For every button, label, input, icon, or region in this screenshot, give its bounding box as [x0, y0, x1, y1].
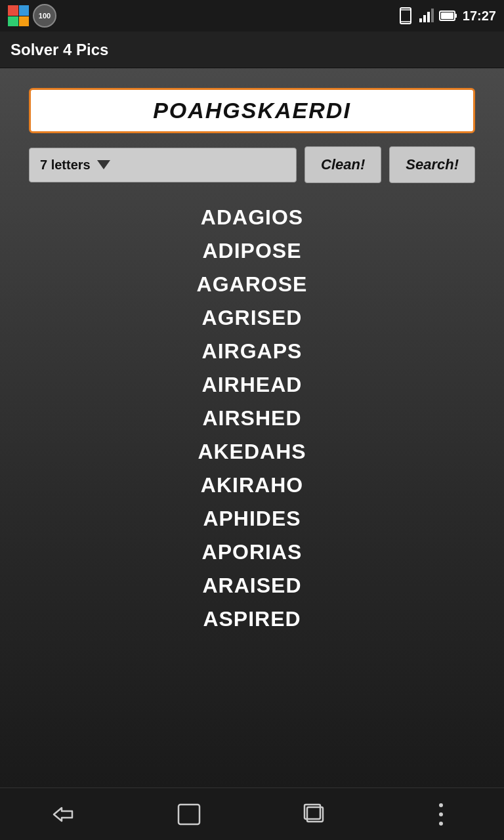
search-input-wrapper[interactable] — [29, 88, 475, 133]
list-item: ADAGIOS — [201, 203, 303, 232]
speed-badge: 100 — [33, 4, 56, 28]
svg-rect-6 — [431, 9, 434, 22]
list-item: AIRSHED — [202, 404, 301, 433]
search-input[interactable] — [41, 98, 463, 123]
home-button[interactable] — [169, 795, 209, 834]
list-item: AIRGAPS — [202, 337, 303, 366]
battery-icon — [439, 9, 457, 22]
recents-button[interactable] — [295, 795, 335, 834]
bottom-nav — [0, 788, 504, 840]
letters-dropdown-label: 7 letters — [40, 158, 91, 173]
status-bar: 100 17:27 — [0, 0, 504, 32]
list-item: APORIAS — [202, 537, 303, 567]
back-icon — [49, 805, 77, 824]
signal-icon — [418, 8, 434, 24]
letters-dropdown[interactable]: 7 letters — [29, 148, 297, 182]
recents-icon — [303, 803, 327, 826]
svg-rect-10 — [178, 805, 200, 824]
app-title: Solver 4 Pics — [10, 41, 108, 59]
svg-rect-4 — [423, 15, 426, 22]
list-item: ARAISED — [202, 571, 301, 600]
status-bar-right: 17:27 — [398, 7, 496, 24]
app-grid-icon — [8, 5, 29, 26]
svg-rect-5 — [427, 12, 430, 22]
list-item: ASPIRED — [203, 604, 301, 634]
chevron-down-icon — [97, 160, 110, 169]
list-item: AIRHEAD — [202, 370, 303, 400]
home-icon — [177, 803, 201, 826]
back-button[interactable] — [43, 795, 83, 834]
more-icon — [438, 803, 444, 826]
clean-button[interactable]: Clean! — [304, 146, 381, 183]
svg-point-15 — [439, 822, 443, 826]
svg-rect-3 — [419, 18, 422, 22]
phone-icon — [398, 7, 413, 24]
list-item: APHIDES — [203, 504, 301, 534]
svg-point-13 — [439, 803, 443, 807]
list-item: AGAROSE — [197, 270, 308, 299]
svg-rect-9 — [441, 12, 453, 19]
list-item: AKEDAHS — [198, 437, 306, 467]
more-button[interactable] — [421, 795, 461, 834]
controls-row: 7 letters Clean! Search! — [29, 146, 475, 183]
list-item: AKIRAHO — [201, 471, 303, 500]
app-bar: Solver 4 Pics — [0, 32, 504, 68]
status-time: 17:27 — [463, 9, 496, 24]
svg-rect-8 — [455, 14, 457, 18]
results-list: ADAGIOSADIPOSEAGAROSEAGRISEDAIRGAPSAIRHE… — [13, 203, 491, 634]
list-item: ADIPOSE — [202, 236, 301, 266]
main-content: 7 letters Clean! Search! ADAGIOSADIPOSEA… — [0, 68, 504, 788]
search-button[interactable]: Search! — [389, 146, 475, 183]
status-bar-left: 100 — [8, 4, 56, 28]
list-item: AGRISED — [202, 303, 303, 333]
svg-point-14 — [439, 812, 443, 816]
